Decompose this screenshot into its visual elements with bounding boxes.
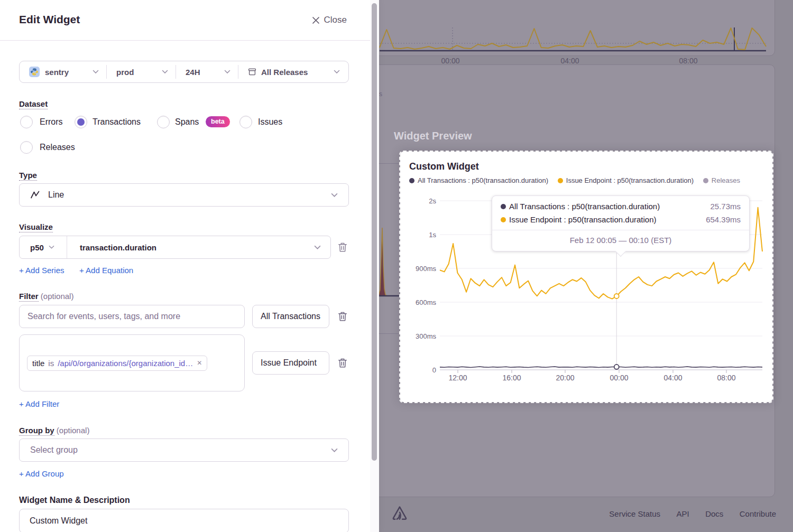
trash-icon	[337, 241, 348, 253]
delete-filter-button[interactable]	[337, 357, 349, 369]
bg-axis-tick: 08:00	[679, 57, 697, 65]
time-period: 24H	[186, 68, 200, 77]
footer-link-contribute[interactable]: Contribute	[740, 509, 776, 518]
page-footer: Service Status API Docs Contribute	[370, 497, 793, 532]
field-select[interactable]: transaction.duration	[67, 243, 330, 252]
dashboard-backdrop: 00:00 04:00 08:00 s Service Status API D…	[370, 0, 793, 532]
radio-errors[interactable]	[20, 116, 33, 128]
add-group-link[interactable]: + Add Group	[19, 469, 64, 478]
footer-link-docs[interactable]: Docs	[705, 509, 723, 518]
chevron-down-icon	[331, 193, 338, 198]
tooltip-series-value: 25.73ms	[710, 202, 741, 211]
chevron-down-icon	[314, 245, 321, 250]
token-key: title	[32, 359, 44, 368]
visualize-field: p50 transaction.duration	[19, 236, 331, 259]
bg-axis-tick: 00:00	[441, 57, 459, 65]
radio-issues-label[interactable]: Issues	[258, 117, 282, 127]
aggregate-value: p50	[30, 243, 44, 252]
radio-releases-label[interactable]: Releases	[40, 143, 75, 152]
delete-filter-button[interactable]	[337, 311, 349, 322]
beta-badge: beta	[206, 116, 230, 127]
widget-preview-heading: Widget Preview	[394, 130, 472, 142]
dataset-label: Dataset	[19, 99, 48, 108]
project-selector[interactable]: sentry	[20, 67, 106, 77]
visualize-label: Visualize	[19, 222, 53, 231]
radio-transactions-label[interactable]: Transactions	[93, 117, 141, 127]
bg-axis-tick: 04:00	[560, 57, 579, 65]
python-project-icon	[29, 67, 40, 77]
preview-line-chart[interactable]	[400, 152, 772, 402]
radio-transactions[interactable]	[75, 116, 87, 128]
close-button[interactable]: Close	[312, 15, 347, 25]
filter-search-input[interactable]	[19, 305, 245, 328]
footer-link-service-status[interactable]: Service Status	[609, 509, 660, 518]
chevron-down-icon	[224, 70, 230, 74]
type-select[interactable]: Line	[19, 183, 349, 207]
delete-series-button[interactable]	[337, 241, 349, 253]
footer-link-api[interactable]: API	[677, 509, 689, 518]
tooltip-series-dot	[501, 204, 506, 209]
tooltip-row: All Transactions : p50(transaction.durat…	[492, 196, 749, 212]
bg-axis-fragment: s	[379, 90, 382, 98]
trash-icon	[337, 357, 348, 369]
token-operator: is	[48, 359, 54, 368]
chevron-down-icon	[49, 245, 54, 249]
radio-issues[interactable]	[239, 116, 252, 128]
tooltip-series-label: All Transactions : p50(transaction.durat…	[509, 202, 660, 211]
chevron-down-icon	[93, 70, 99, 74]
field-value: transaction.duration	[80, 243, 156, 252]
radio-errors-label[interactable]: Errors	[40, 117, 63, 127]
type-value: Line	[48, 190, 64, 200]
add-filter-link[interactable]: + Add Filter	[19, 399, 59, 408]
project-name: sentry	[45, 68, 69, 77]
tooltip-row: Issue Endpoint : p50(transaction.duratio…	[492, 212, 749, 225]
aggregate-select[interactable]: p50	[20, 236, 67, 258]
chevron-down-icon	[334, 70, 340, 74]
add-series-link[interactable]: + Add Series	[19, 266, 64, 275]
close-label: Close	[324, 15, 347, 25]
line-chart-type-icon	[30, 191, 42, 199]
bg-gridline	[379, 163, 402, 164]
widget-name-label: Widget Name & Description	[19, 496, 130, 505]
background-line-chart	[373, 27, 774, 54]
time-period-selector[interactable]: 24H	[176, 68, 238, 77]
filter-alias-input-1[interactable]	[252, 305, 329, 328]
chevron-down-icon	[162, 70, 168, 74]
chart-tooltip: All Transactions : p50(transaction.durat…	[492, 195, 750, 251]
type-label: Type	[19, 171, 37, 180]
background-chart-card-top: 00:00 04:00 08:00	[373, 0, 775, 56]
radio-spans-label[interactable]: Spans	[175, 117, 199, 127]
radio-spans[interactable]	[157, 116, 170, 128]
releases-value: All Releases	[261, 68, 308, 77]
tooltip-series-value: 654.39ms	[706, 215, 741, 224]
footer-links: Service Status API Docs Contribute	[595, 509, 776, 519]
environment-name: prod	[116, 68, 134, 77]
filter-label: Filter (optional)	[19, 292, 73, 301]
close-icon	[312, 16, 320, 24]
scope-bar: sentry prod 24H All Releases	[19, 61, 349, 83]
edit-widget-panel: Edit Widget Close sentry prod 24H	[0, 0, 370, 532]
panel-scrollbar-thumb[interactable]	[372, 3, 377, 461]
sentry-logo-icon	[389, 503, 409, 525]
radio-releases[interactable]	[20, 141, 33, 154]
group-by-select[interactable]: Select group	[19, 438, 349, 462]
filter-alias-input-2[interactable]	[252, 351, 329, 375]
trash-icon	[337, 311, 348, 322]
token-value: /api/0/organizations/{organization_id…	[58, 359, 193, 368]
filter-token[interactable]: title is /api/0/organizations/{organizat…	[27, 356, 207, 371]
group-by-placeholder: Select group	[30, 445, 78, 455]
group-by-label: Group by (optional)	[19, 426, 89, 435]
releases-selector[interactable]: All Releases	[238, 68, 348, 77]
chevron-down-icon	[331, 448, 338, 453]
panel-header: Edit Widget Close	[0, 0, 370, 41]
filter-token-box[interactable]: title is /api/0/organizations/{organizat…	[19, 334, 245, 391]
add-equation-link[interactable]: + Add Equation	[79, 266, 133, 275]
token-remove-icon[interactable]: ✕	[197, 359, 202, 367]
release-box-icon	[248, 68, 256, 76]
bg-gridline	[379, 333, 402, 334]
tooltip-series-dot	[501, 217, 506, 222]
tooltip-series-label: Issue Endpoint : p50(transaction.duratio…	[509, 215, 657, 224]
environment-selector[interactable]: prod	[107, 68, 176, 77]
panel-title: Edit Widget	[19, 13, 80, 26]
widget-name-input[interactable]	[19, 509, 349, 532]
